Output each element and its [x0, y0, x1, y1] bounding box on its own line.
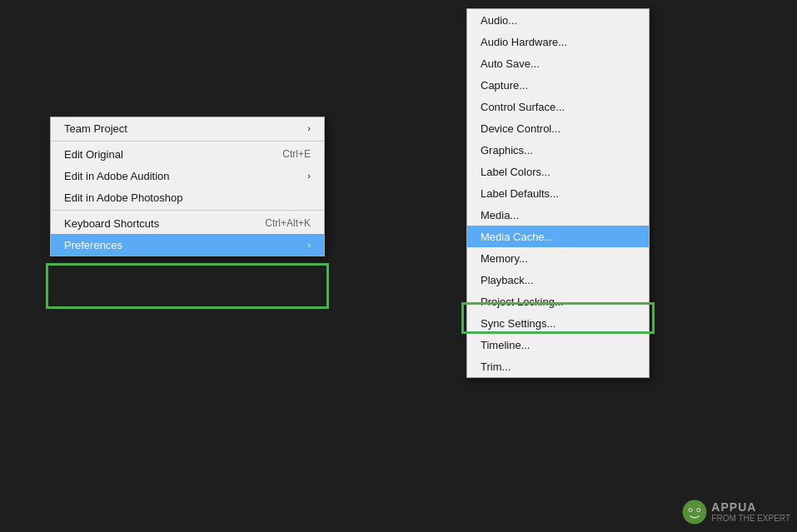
menu-item-edit-audition[interactable]: Edit in Adobe Audition› — [51, 165, 324, 186]
svg-point-3 — [690, 509, 691, 510]
watermark: APPUA FROM THE EXPERT — [681, 499, 790, 525]
menu-item-preferences[interactable]: Preferences› — [51, 234, 324, 256]
menu-item-label-preferences: Preferences — [64, 239, 299, 251]
submenu-item-label-audio-hardware: Audio Hardware... — [481, 36, 635, 48]
submenu-item-label-trim: Trim... — [481, 360, 635, 373]
submenu-item-label-device-control: Device Control... — [481, 122, 635, 135]
submenu-item-media-cache[interactable]: Media Cache... — [467, 226, 649, 247]
submenu-item-label-timeline: Timeline... — [481, 339, 635, 351]
submenu-item-memory[interactable]: Memory... — [467, 247, 649, 269]
menu-item-edit-original[interactable]: Edit OriginalCtrl+E — [51, 143, 324, 165]
submenu-item-graphics[interactable]: Graphics... — [467, 139, 649, 161]
submenu-item-audio-hardware[interactable]: Audio Hardware... — [467, 31, 649, 52]
submenu-item-label-control-surface: Control Surface... — [481, 101, 635, 113]
left-context-menu: Team Project›Edit OriginalCtrl+EEdit in … — [50, 117, 325, 256]
menu-item-arrow-edit-audition: › — [307, 171, 311, 181]
menu-item-arrow-team-project: › — [307, 123, 311, 133]
menu-item-label-edit-audition: Edit in Adobe Audition — [64, 170, 299, 182]
svg-point-4 — [698, 509, 700, 510]
menu-item-shortcut-edit-original: Ctrl+E — [282, 148, 311, 160]
submenu-item-device-control[interactable]: Device Control... — [467, 117, 649, 139]
submenu-item-label-defaults[interactable]: Label Defaults... — [467, 182, 649, 204]
submenu-item-playback[interactable]: Playback... — [467, 269, 649, 291]
submenu-item-label-media-cache: Media Cache... — [481, 231, 635, 243]
submenu-item-label-graphics: Graphics... — [481, 144, 635, 157]
menu-divider — [51, 210, 324, 211]
submenu-item-label-sync-settings: Sync Settings... — [481, 317, 635, 330]
menu-item-label-team-project: Team Project — [64, 122, 299, 135]
submenu-item-label-colors[interactable]: Label Colors... — [467, 161, 649, 182]
submenu-item-label-project-locking: Project Locking... — [481, 296, 635, 308]
menu-item-shortcut-keyboard-shortcuts: Ctrl+Alt+K — [265, 217, 311, 229]
submenu-item-label-auto-save: Auto Save... — [481, 57, 635, 70]
submenu-item-capture[interactable]: Capture... — [467, 74, 649, 96]
submenu-item-timeline[interactable]: Timeline... — [467, 334, 649, 355]
appua-logo-icon — [681, 499, 708, 525]
menu-item-label-edit-original: Edit Original — [64, 148, 266, 161]
right-context-menu: Audio...Audio Hardware...Auto Save...Cap… — [466, 8, 650, 378]
watermark-subtitle: FROM THE EXPERT — [711, 514, 790, 524]
submenu-item-label-playback: Playback... — [481, 274, 635, 286]
svg-point-0 — [683, 500, 707, 525]
submenu-item-label-audio: Audio... — [481, 14, 635, 27]
submenu-item-control-surface[interactable]: Control Surface... — [467, 96, 649, 117]
submenu-item-trim[interactable]: Trim... — [467, 355, 649, 377]
menu-item-label-edit-photoshop: Edit in Adobe Photoshop — [64, 191, 311, 204]
submenu-item-audio[interactable]: Audio... — [467, 9, 649, 31]
submenu-item-label-label-defaults: Label Defaults... — [481, 187, 635, 200]
submenu-item-project-locking[interactable]: Project Locking... — [467, 291, 649, 312]
menu-item-team-project[interactable]: Team Project› — [51, 117, 324, 139]
submenu-item-auto-save[interactable]: Auto Save... — [467, 52, 649, 74]
menu-item-arrow-preferences: › — [307, 240, 311, 250]
submenu-item-label-memory: Memory... — [481, 252, 635, 265]
menu-item-keyboard-shortcuts[interactable]: Keyboard ShortcutsCtrl+Alt+K — [51, 212, 324, 234]
menu-divider — [51, 141, 324, 142]
menu-item-edit-photoshop[interactable]: Edit in Adobe Photoshop — [51, 186, 324, 208]
submenu-item-label-label-colors: Label Colors... — [481, 166, 635, 178]
menu-item-label-keyboard-shortcuts: Keyboard Shortcuts — [64, 217, 248, 230]
watermark-brand: APPUA — [711, 500, 790, 515]
submenu-item-sync-settings[interactable]: Sync Settings... — [467, 312, 649, 334]
submenu-item-label-media: Media... — [481, 209, 635, 221]
submenu-item-label-capture: Capture... — [481, 79, 635, 92]
submenu-item-media[interactable]: Media... — [467, 204, 649, 226]
